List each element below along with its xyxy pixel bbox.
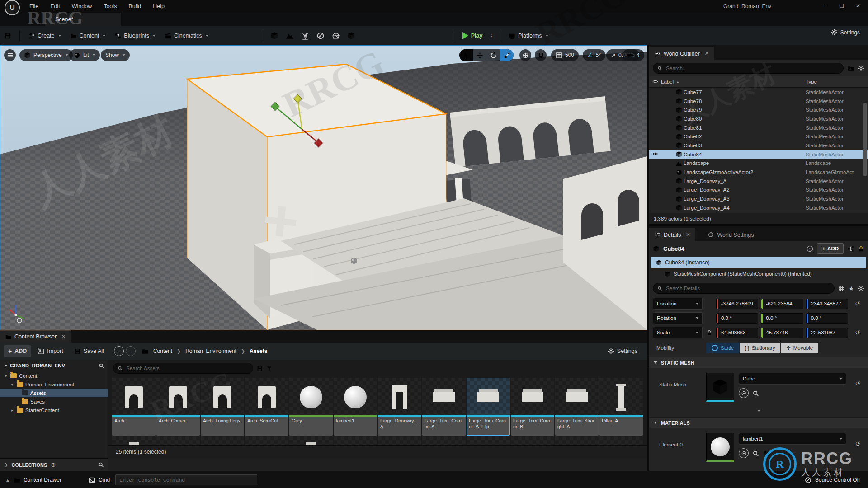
maximize-button[interactable]: ❒ bbox=[834, 0, 850, 12]
world-local-gizmo-button[interactable] bbox=[519, 49, 531, 61]
scale-x-field[interactable]: 64.598663 bbox=[716, 328, 758, 338]
outliner-row[interactable]: Landscape Landscape bbox=[649, 159, 868, 168]
unreal-logo-icon[interactable]: U bbox=[5, 0, 20, 15]
breadcrumb-roman-environment[interactable]: Roman_Environment bbox=[185, 348, 236, 354]
reset-scale-button[interactable]: ↺ bbox=[851, 329, 864, 336]
close-tab-icon[interactable]: ✕ bbox=[61, 334, 66, 340]
asset-tile[interactable]: Large_Trim_Corner_A bbox=[422, 378, 466, 436]
platforms-button[interactable]: Platforms bbox=[504, 29, 553, 42]
close-button[interactable]: ✕ bbox=[850, 0, 866, 12]
location-x-field[interactable]: -3746.278809 bbox=[716, 299, 758, 309]
tree-item-assets[interactable]: Assets bbox=[0, 389, 108, 397]
mobility-movable[interactable]: ✢Movable bbox=[781, 343, 818, 353]
asset-tile[interactable]: Pillar_A bbox=[599, 378, 643, 436]
rotation-z-field[interactable]: 0.0 ° bbox=[806, 313, 848, 324]
modeling-mode-icon[interactable] bbox=[344, 29, 359, 42]
material-select[interactable]: lambert1 bbox=[739, 433, 846, 445]
rotate-tool[interactable] bbox=[486, 49, 500, 61]
menu-item[interactable]: Tools bbox=[98, 0, 123, 13]
scale-lock-icon[interactable] bbox=[706, 329, 712, 336]
outliner-search-input[interactable] bbox=[665, 65, 839, 71]
settings-button[interactable]: Settings bbox=[831, 29, 860, 36]
cb-import-button[interactable]: Import bbox=[33, 345, 67, 357]
scale-tool[interactable] bbox=[500, 49, 514, 61]
outliner-row[interactable]: Cube84 StaticMeshActor bbox=[649, 150, 868, 159]
asset-tile[interactable]: Large_Trim_Straight_A bbox=[555, 378, 599, 436]
collapse-chevron[interactable] bbox=[5, 365, 7, 366]
asset-tile[interactable]: Arch_Corner bbox=[156, 378, 200, 436]
static-mesh-thumbnail[interactable] bbox=[706, 373, 734, 402]
component-row-instance[interactable]: Cube84 (Instance) bbox=[651, 257, 866, 268]
rotation-y-field[interactable]: 0.0 ° bbox=[761, 313, 803, 324]
tab-content-browser[interactable]: Content Browser ✕ bbox=[0, 330, 71, 343]
scale-z-field[interactable]: 22.531987 bbox=[806, 328, 848, 338]
collections-bar[interactable]: ❯ COLLECTIONS ⊕ bbox=[0, 458, 108, 471]
search-icon[interactable] bbox=[98, 462, 104, 468]
search-asset-icon[interactable] bbox=[752, 390, 759, 397]
outliner-row[interactable]: Cube77 StaticMeshActor bbox=[649, 88, 868, 97]
camera-speed-button[interactable]: 4 bbox=[623, 49, 644, 61]
close-tab-icon[interactable]: ✕ bbox=[686, 232, 690, 238]
menu-item[interactable]: File bbox=[24, 0, 44, 13]
tab-scene[interactable]: Scene* bbox=[45, 13, 121, 26]
mesh-paint-mode-icon[interactable] bbox=[313, 29, 328, 42]
browse-to-asset-icon[interactable] bbox=[739, 388, 749, 398]
cb-settings-button[interactable]: Settings bbox=[603, 345, 642, 357]
search-icon[interactable] bbox=[99, 363, 104, 369]
tree-item-content[interactable]: ▾Content bbox=[0, 371, 108, 380]
location-z-field[interactable]: 2343.348877 bbox=[806, 299, 848, 309]
location-dropdown[interactable]: Location bbox=[653, 298, 703, 310]
asset-search-input[interactable] bbox=[125, 365, 249, 371]
content-drawer-button[interactable]: Content Drawer bbox=[24, 477, 61, 483]
content-button[interactable]: Content bbox=[66, 29, 110, 42]
asset-tile[interactable]: Arch_SemiCut bbox=[245, 378, 288, 436]
outliner-row[interactable]: Cube80 StaticMeshActor bbox=[649, 114, 868, 123]
minimize-button[interactable]: – bbox=[817, 0, 834, 12]
component-tree-icon[interactable] bbox=[847, 245, 854, 252]
material-thumbnail[interactable] bbox=[706, 433, 734, 462]
viewport[interactable]: Perspective Lit Show 500 ∠ 5° ↗ 0.0625 4 bbox=[0, 45, 647, 330]
asset-tile[interactable]: Large_Trim_Corner_A_Flip bbox=[467, 378, 510, 436]
move-tool[interactable] bbox=[473, 49, 486, 61]
breadcrumb-content[interactable]: Content bbox=[153, 348, 172, 354]
display-filter-grid-icon[interactable] bbox=[838, 285, 845, 292]
save-search-icon[interactable] bbox=[257, 366, 263, 371]
show-flags-button[interactable]: Show bbox=[101, 49, 130, 61]
tab-details[interactable]: Details ✕ bbox=[649, 228, 695, 241]
reset-static-mesh-button[interactable]: ↺ bbox=[851, 373, 864, 387]
menu-item[interactable]: Build bbox=[123, 0, 147, 13]
lock-icon[interactable] bbox=[858, 245, 864, 252]
outliner-row[interactable]: Large_Doorway_A2 StaticMeshActor bbox=[649, 186, 868, 195]
static-mesh-select[interactable]: Cube bbox=[739, 373, 846, 385]
play-options-button[interactable]: ⋮ bbox=[487, 29, 496, 42]
question-icon[interactable] bbox=[807, 245, 813, 252]
rotation-dropdown[interactable]: Rotation bbox=[653, 312, 703, 324]
menu-item[interactable]: Help bbox=[147, 0, 170, 13]
menu-item[interactable]: Window bbox=[66, 0, 98, 13]
history-back-button[interactable]: ← bbox=[114, 346, 124, 356]
surface-snapping-button[interactable] bbox=[535, 49, 547, 61]
details-scrollbar[interactable] bbox=[863, 133, 867, 176]
tree-item-startercontent[interactable]: ▸StarterContent bbox=[0, 406, 108, 414]
asset-tile[interactable]: Arch bbox=[112, 378, 156, 436]
outliner-row[interactable]: Large_Doorway_A StaticMeshActor bbox=[649, 177, 868, 186]
eye-icon[interactable] bbox=[649, 79, 661, 85]
source-control-status[interactable]: Source Control Off bbox=[815, 477, 860, 483]
checker-material-icon[interactable] bbox=[763, 450, 769, 457]
cb-add-button[interactable]: +ADD bbox=[4, 345, 31, 357]
outliner-row[interactable]: Cube79 StaticMeshActor bbox=[649, 105, 868, 114]
details-search[interactable] bbox=[653, 283, 835, 294]
reset-location-button[interactable]: ↺ bbox=[851, 300, 864, 307]
asset-tile[interactable]: Large_Doorway_A bbox=[378, 378, 421, 436]
fracture-mode-icon[interactable] bbox=[328, 29, 344, 42]
mobility-stationary[interactable]: [·]Stationary bbox=[740, 343, 781, 353]
tab-world-outliner[interactable]: World Outliner ✕ bbox=[649, 47, 714, 60]
outliner-row[interactable]: LandscapeGizmoActiveActor2 LandscapeGizm… bbox=[649, 168, 868, 177]
perspective-button[interactable]: Perspective bbox=[19, 49, 73, 61]
drawer-chevron-icon[interactable]: ▲ bbox=[5, 478, 10, 483]
viewport-options-button[interactable] bbox=[4, 49, 16, 61]
play-button[interactable]: Play bbox=[458, 29, 487, 42]
tree-item-roman-environment[interactable]: ▾Roman_Environment bbox=[0, 380, 108, 389]
lit-mode-button[interactable]: Lit bbox=[69, 49, 100, 61]
blueprints-button[interactable]: Blueprints bbox=[110, 29, 160, 42]
